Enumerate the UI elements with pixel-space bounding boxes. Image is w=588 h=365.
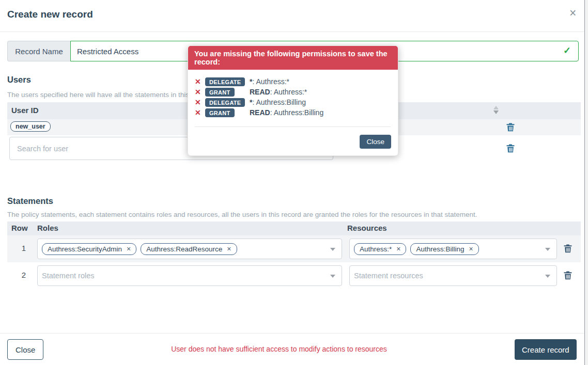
sort-icon[interactable] — [493, 106, 500, 115]
resource-tag-label: Authress:Billing — [416, 245, 464, 253]
resources-placeholder: Statement resources — [354, 272, 423, 280]
permission-badge-wrap: GRANT — [205, 87, 244, 97]
trash-icon — [563, 270, 573, 280]
permission-row: ✕ GRANT READ: Authress:* — [195, 87, 391, 97]
red-x-icon: ✕ — [195, 108, 203, 117]
user-id-column-header[interactable]: User ID — [11, 106, 39, 115]
permission-badge: DELEGATE — [205, 98, 245, 107]
permission-row: ✕ GRANT READ: Authress:Billing — [195, 107, 391, 118]
remove-tag-icon[interactable]: × — [127, 245, 131, 252]
statements-table-header: Row Roles Resources — [7, 221, 581, 235]
permission-text: READ: Authress:Billing — [250, 108, 323, 117]
column-header-row: Row — [11, 224, 28, 232]
permission-target: Authress:Billing — [256, 98, 306, 106]
popover-close-button[interactable]: Close — [360, 135, 391, 149]
role-tag-label: Authress:SecurityAdmin — [48, 245, 122, 253]
permission-text: *: Authress:Billing — [250, 98, 306, 106]
row-number: 2 — [11, 271, 36, 279]
trash-icon — [505, 122, 516, 132]
roles-multiselect[interactable]: Statement roles — [37, 265, 342, 286]
resource-tag: Authress:*× — [354, 243, 406, 255]
permission-text: *: Authress:* — [250, 77, 289, 86]
create-record-button[interactable]: Create record — [515, 339, 577, 360]
red-x-icon: ✕ — [195, 98, 203, 106]
remove-tag-icon[interactable]: × — [227, 245, 231, 252]
permission-target: Authress:* — [256, 77, 289, 86]
resource-tag-label: Authress:* — [360, 245, 392, 253]
user-search-placeholder: Search for user — [17, 145, 68, 153]
sort-up-arrow-icon — [493, 106, 499, 109]
valid-check-icon: ✓ — [563, 45, 571, 56]
permission-action: READ — [250, 108, 270, 117]
roles-placeholder: Statement roles — [42, 272, 95, 280]
role-tag: Authress:ReadResource× — [141, 243, 237, 255]
remove-tag-icon[interactable]: × — [396, 245, 400, 252]
popover-body: ✕ DELEGATE *: Authress:* ✕ GRANT READ: A… — [188, 70, 398, 127]
permission-target: Authress:* — [274, 88, 307, 96]
statements-description: The policy statements, each statement co… — [7, 211, 477, 218]
chevron-down-icon[interactable] — [330, 248, 335, 251]
column-header-roles: Roles — [37, 224, 58, 232]
roles-multiselect[interactable]: Authress:SecurityAdmin× Authress:ReadRes… — [37, 239, 342, 259]
chevron-down-icon[interactable] — [330, 275, 335, 278]
permission-text: READ: Authress:* — [250, 88, 307, 96]
resources-multiselect[interactable]: Statement resources — [349, 265, 557, 286]
red-x-icon: ✕ — [195, 77, 203, 86]
permission-separator: : — [270, 108, 274, 117]
statement-row: 2 Statement roles Statement resources — [7, 262, 581, 289]
permission-separator: : — [270, 88, 274, 96]
row-number: 1 — [11, 244, 36, 252]
role-tag: Authress:SecurityAdmin× — [42, 243, 136, 255]
popover-title: You are missing the following permission… — [188, 46, 398, 70]
statement-row: 1 Authress:SecurityAdmin× Authress:ReadR… — [7, 235, 581, 262]
footer-error-message: User does not have sufficient access to … — [0, 345, 558, 353]
statements-heading: Statements — [7, 196, 53, 206]
resource-tag: Authress:Billing× — [410, 243, 478, 255]
role-tag-label: Authress:ReadResource — [146, 245, 222, 253]
page-title: Create new record — [7, 9, 93, 20]
users-heading: Users — [7, 75, 31, 85]
modal-footer: Close User does not have sufficient acce… — [0, 333, 584, 365]
delete-statement-button[interactable] — [563, 270, 573, 280]
delete-user-row-button[interactable] — [505, 143, 516, 153]
permission-badge-wrap: DELEGATE — [205, 98, 244, 107]
chevron-down-icon[interactable] — [545, 275, 550, 278]
record-name-label: Record Name — [7, 41, 70, 61]
permission-action: READ — [250, 88, 270, 96]
permission-row: ✕ DELEGATE *: Authress:Billing — [195, 97, 391, 107]
permission-badge: GRANT — [205, 108, 235, 117]
backdrop-sliver — [585, 0, 588, 365]
resources-multiselect[interactable]: Authress:*× Authress:Billing× — [349, 239, 557, 259]
red-x-icon: ✕ — [195, 88, 203, 96]
trash-icon — [563, 243, 573, 253]
user-id-tag: new_user — [10, 121, 51, 132]
modal-header: Create new record × — [0, 0, 584, 32]
permission-row: ✕ DELEGATE *: Authress:* — [195, 76, 391, 87]
chevron-down-icon[interactable] — [545, 248, 550, 251]
close-icon[interactable]: × — [569, 7, 576, 19]
remove-tag-icon[interactable]: × — [469, 245, 473, 252]
missing-permissions-popover: You are missing the following permission… — [188, 45, 398, 156]
delete-statement-button[interactable] — [563, 243, 573, 253]
trash-icon — [505, 143, 516, 153]
permission-badge-wrap: DELEGATE — [205, 77, 244, 87]
popover-footer: Close — [188, 127, 398, 155]
permission-badge: DELEGATE — [205, 77, 245, 86]
column-header-resources: Resources — [347, 224, 387, 232]
permission-badge: GRANT — [205, 88, 235, 97]
sort-down-arrow-icon — [493, 110, 499, 114]
permission-target: Authress:Billing — [274, 108, 324, 117]
permission-badge-wrap: GRANT — [205, 108, 244, 118]
delete-user-button[interactable] — [505, 122, 516, 132]
